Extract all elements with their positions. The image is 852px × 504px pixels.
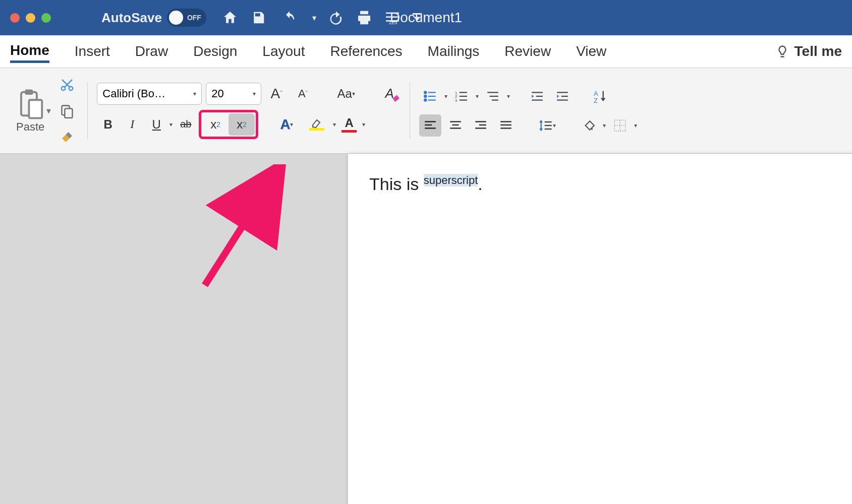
align-center-icon	[449, 120, 462, 131]
tab-design[interactable]: Design	[193, 41, 237, 61]
tell-me-label: Tell me	[794, 43, 842, 59]
print-icon[interactable]	[356, 9, 373, 26]
subscript-2: 2	[216, 120, 220, 129]
superscript-x: x	[237, 117, 243, 132]
multilevel-list-button[interactable]	[482, 85, 504, 107]
document-page[interactable]: This is superscript.	[348, 154, 852, 504]
font-group: Calibri (Bo… ▾ 20 ▾ Aˆ Aˇ Aa ▾ A◆ B I U …	[91, 73, 407, 148]
format-painter-button[interactable]	[56, 126, 78, 148]
copy-button[interactable]	[56, 100, 78, 122]
shading-button[interactable]	[578, 114, 600, 137]
subscript-button[interactable]: x2	[202, 113, 229, 136]
lightbulb-icon	[775, 44, 789, 58]
tab-view[interactable]: View	[576, 41, 606, 61]
line-spacing-button[interactable]: ▾	[533, 114, 561, 137]
change-case-button[interactable]: Aa ▾	[332, 83, 360, 105]
cut-button[interactable]	[56, 74, 78, 96]
underline-dropdown-icon[interactable]: ▾	[169, 121, 173, 128]
annotation-highlight-box: x2 x2	[199, 110, 258, 139]
paste-button[interactable]: Paste	[16, 88, 44, 134]
highlighter-icon	[311, 118, 323, 128]
font-name-dropdown-icon: ▾	[193, 90, 196, 97]
justify-icon	[499, 120, 513, 131]
italic-button[interactable]: I	[121, 113, 143, 136]
font-size-select[interactable]: 20 ▾	[206, 83, 261, 105]
autosave-state: OFF	[187, 14, 201, 22]
svg-text:A: A	[594, 90, 598, 97]
shading-dropdown-icon[interactable]: ▾	[603, 122, 606, 129]
indent-icon	[556, 91, 569, 102]
autosave-control[interactable]: AutoSave OFF	[101, 9, 206, 27]
redo-icon[interactable]	[327, 9, 345, 26]
align-right-button[interactable]	[470, 114, 492, 137]
highlight-dropdown-icon[interactable]: ▾	[333, 121, 336, 128]
align-center-button[interactable]	[444, 114, 467, 137]
svg-rect-11	[65, 108, 73, 118]
numbering-dropdown-icon[interactable]: ▾	[476, 93, 479, 100]
font-color-button[interactable]: A	[338, 113, 360, 136]
borders-button[interactable]	[609, 114, 631, 137]
scissors-icon	[60, 77, 75, 92]
svg-point-16	[424, 99, 426, 101]
title-bar: AutoSave OFF ▾ 123 Document1	[0, 0, 852, 35]
font-color-dropdown-icon[interactable]: ▾	[362, 121, 365, 128]
numbering-button[interactable]: 123	[450, 85, 473, 107]
superscript-button[interactable]: x2	[229, 113, 255, 136]
sort-button[interactable]: AZ	[590, 85, 612, 107]
document-title[interactable]: Document1	[390, 10, 462, 26]
document-area: This is superscript.	[0, 154, 852, 504]
save-icon[interactable]	[250, 9, 267, 26]
ribbon-home-content: Paste ▾ Calibri (Bo… ▾ 20 ▾	[0, 68, 852, 154]
borders-dropdown-icon[interactable]: ▾	[634, 122, 637, 129]
tab-insert[interactable]: Insert	[75, 41, 110, 61]
strikethrough-button[interactable]: ab	[175, 113, 197, 136]
bullets-icon	[424, 91, 437, 102]
font-size-value: 20	[211, 87, 223, 100]
undo-icon[interactable]	[278, 9, 301, 26]
line-spacing-icon	[539, 119, 553, 132]
tab-draw[interactable]: Draw	[135, 41, 168, 61]
sort-icon: AZ	[594, 90, 608, 103]
multilevel-dropdown-icon[interactable]: ▾	[507, 93, 510, 100]
font-name-select[interactable]: Calibri (Bo… ▾	[97, 83, 202, 105]
home-icon[interactable]	[221, 9, 239, 26]
align-left-button[interactable]	[419, 114, 441, 137]
svg-point-14	[424, 95, 426, 97]
paste-dropdown-icon[interactable]: ▾	[46, 105, 51, 116]
close-window-button[interactable]	[10, 13, 20, 23]
underline-button[interactable]: U	[145, 113, 167, 136]
increase-font-size-button[interactable]: Aˆ	[265, 83, 288, 105]
tab-review[interactable]: Review	[504, 41, 551, 61]
text-effects-button[interactable]: A ▾	[272, 113, 301, 136]
undo-dropdown-icon[interactable]: ▾	[312, 13, 316, 23]
highlight-color-button[interactable]	[303, 113, 331, 136]
maximize-window-button[interactable]	[41, 13, 51, 23]
selected-superscript-text: superscript	[424, 174, 478, 186]
paragraph-group: ▾ 123 ▾ ▾ AZ	[413, 73, 643, 148]
bullets-button[interactable]	[419, 85, 441, 107]
clear-formatting-button[interactable]: A◆	[378, 83, 401, 105]
font-size-dropdown-icon: ▾	[253, 90, 256, 97]
superscript-2: 2	[243, 120, 247, 129]
document-text[interactable]: This is superscript.	[369, 174, 483, 194]
text-prefix: This is	[369, 174, 424, 194]
bullets-dropdown-icon[interactable]: ▾	[444, 93, 447, 100]
svg-text:Z: Z	[594, 96, 598, 102]
tab-home[interactable]: Home	[10, 40, 49, 63]
minimize-window-button[interactable]	[26, 13, 35, 23]
increase-indent-button[interactable]	[551, 85, 574, 107]
decrease-indent-button[interactable]	[526, 85, 548, 107]
autosave-toggle[interactable]: OFF	[167, 9, 206, 27]
tab-layout[interactable]: Layout	[262, 41, 305, 61]
tell-me-search[interactable]: Tell me	[775, 43, 842, 59]
borders-icon	[613, 119, 627, 132]
justify-button[interactable]	[495, 114, 517, 137]
bold-button[interactable]: B	[97, 113, 119, 136]
copy-icon	[60, 103, 74, 118]
svg-point-12	[424, 91, 426, 93]
decrease-font-size-button[interactable]: Aˇ	[292, 83, 314, 105]
tab-mailings[interactable]: Mailings	[428, 41, 480, 61]
svg-rect-6	[25, 89, 33, 94]
clipboard-group: Paste ▾	[10, 73, 84, 148]
tab-references[interactable]: References	[330, 41, 402, 61]
